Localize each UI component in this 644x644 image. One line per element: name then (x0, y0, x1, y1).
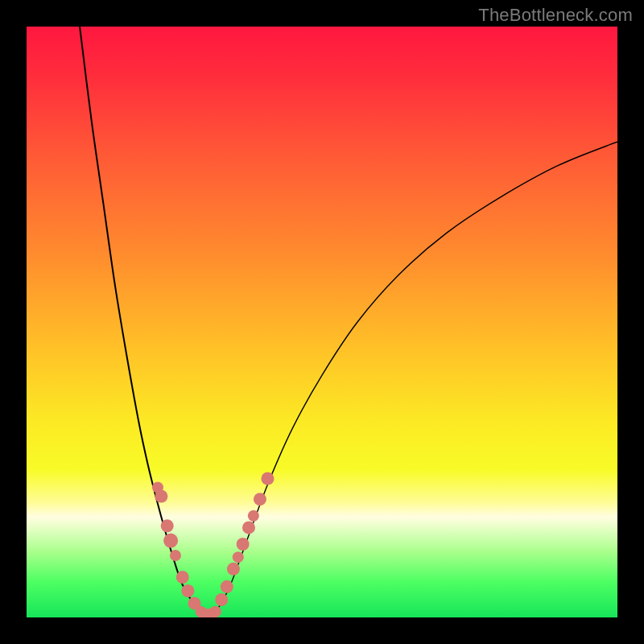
data-marker (155, 490, 167, 503)
data-marker (215, 593, 228, 606)
right-curve (216, 142, 617, 612)
valley-marker-segment (201, 612, 216, 615)
data-marker (161, 519, 174, 532)
data-marker (221, 580, 233, 593)
data-marker (176, 571, 189, 584)
data-marker (233, 551, 244, 563)
data-marker (254, 493, 266, 506)
outer-frame: TheBottleneck.com (0, 0, 644, 644)
left-curve (80, 27, 200, 612)
data-marker (163, 534, 178, 548)
data-marker (170, 550, 181, 561)
data-marker (181, 584, 194, 597)
data-marker (242, 521, 255, 534)
plot-area (27, 27, 617, 617)
markers-right-group (215, 473, 274, 606)
chart-svg (27, 27, 617, 617)
data-marker (261, 473, 274, 485)
data-marker (237, 538, 250, 551)
markers-left-group (152, 482, 201, 610)
data-marker (248, 510, 259, 522)
data-marker (188, 597, 200, 609)
watermark-text: TheBottleneck.com (478, 5, 633, 26)
data-marker (227, 563, 240, 576)
